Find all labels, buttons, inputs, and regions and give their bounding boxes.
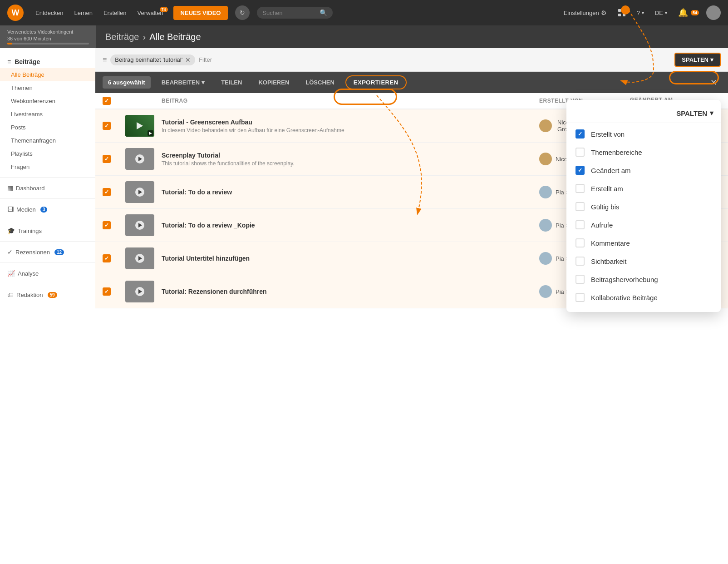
sidebar-item-webkonferenzen[interactable]: Webkonferenzen — [0, 94, 95, 108]
nav-item-verwalten[interactable]: Verwalten 74 — [133, 7, 168, 19]
medien-icon: 🎞 — [7, 206, 14, 213]
sidebar-item-medien[interactable]: 🎞 Medien 3 — [0, 203, 95, 216]
usage-bar — [7, 43, 89, 45]
usage-container: Verwendetes Videokontingent 36 von 600 M… — [0, 25, 96, 48]
sidebar-item-alle-beitrage[interactable]: Alle Beiträge — [0, 68, 95, 81]
row6-avatar — [539, 285, 552, 298]
col-checkbox-kommentare[interactable] — [576, 238, 585, 247]
row2-avatar — [539, 153, 552, 165]
bell-badge: 54 — [691, 10, 699, 15]
col-checkbox-erstellt-von[interactable] — [576, 129, 585, 139]
analyse-icon: 📈 — [7, 270, 15, 277]
dashboard-icon: ▦ — [7, 184, 13, 192]
filter-icon: ≡ — [103, 56, 107, 64]
redaktion-icon: 🏷 — [7, 291, 14, 298]
sidebar-item-themenanfragen[interactable]: Themenanfragen — [0, 134, 95, 147]
sidebar-item-posts[interactable]: Posts — [0, 121, 95, 134]
sidebar-item-playlists[interactable]: Playlists — [0, 147, 95, 160]
col-checkbox-sichtbarkeit[interactable] — [576, 257, 585, 266]
sidebar-item-livestreams[interactable]: Livestreams — [0, 108, 95, 121]
logo[interactable]: W — [7, 5, 24, 21]
nav-item-erstellen[interactable]: Erstellen — [99, 7, 131, 19]
row6-content: Tutorial: Rezensionen durchführen — [162, 288, 539, 295]
language-selector[interactable]: DE ▾ — [651, 8, 671, 18]
col-checkbox-gultig-bis[interactable] — [576, 202, 585, 211]
row3-thumb — [125, 181, 162, 203]
search-input[interactable] — [262, 10, 317, 16]
row4-thumb — [125, 214, 162, 236]
select-all-checkbox[interactable] — [103, 97, 111, 105]
row5-checkbox[interactable] — [103, 254, 125, 262]
row4-content: Tutorial: To do a review _Kopie — [162, 222, 539, 229]
help-button[interactable]: ? ▾ — [633, 8, 648, 18]
breadcrumb: Beiträge › Alle Beiträge — [96, 27, 728, 47]
col-option-erstellt-am[interactable]: Erstellt am — [566, 179, 721, 198]
search-icon: 🔍 — [320, 9, 327, 16]
row4-checkbox[interactable] — [103, 221, 125, 229]
col-option-kommentare[interactable]: Kommentare — [566, 234, 721, 252]
col-option-beitragshervorhebung[interactable]: Beitragshervorhebung — [566, 270, 721, 288]
selected-count: 6 ausgewählt — [103, 76, 151, 89]
col-option-sichtbarkeit[interactable]: Sichtbarkeit — [566, 252, 721, 270]
col-checkbox-themenbereiche[interactable] — [576, 148, 585, 157]
col-checkbox-beitragshervorhebung[interactable] — [576, 275, 585, 284]
sidebar-item-redaktion[interactable]: 🏷 Redaktion 59 — [0, 288, 95, 302]
sidebar-item-rezensionen[interactable]: ✓ Rezensionen 12 — [0, 245, 95, 259]
rezensionen-badge: 12 — [54, 249, 64, 255]
kopieren-button[interactable]: KOPIEREN — [253, 76, 295, 89]
verwalten-badge: 74 — [160, 7, 168, 12]
spalten-button[interactable]: SPALTEN ▾ — [674, 53, 721, 67]
filter-tag-close[interactable]: ✕ — [185, 56, 191, 64]
new-video-button[interactable]: NEUES VIDEO — [173, 6, 228, 20]
row3-avatar — [539, 186, 552, 198]
nav-item-lernen[interactable]: Lernen — [69, 7, 97, 19]
col-checkbox-aufrufe[interactable] — [576, 220, 585, 229]
col-option-themenbereiche[interactable]: Themenbereiche — [566, 143, 721, 161]
nav-item-entdecken[interactable]: Entdecken — [31, 7, 68, 19]
col-option-gultig-bis[interactable]: Gültig bis — [566, 198, 721, 216]
sidebar-item-trainings[interactable]: 🎓 Trainings — [0, 224, 95, 237]
col-option-geandert-am[interactable]: Geändert am — [566, 161, 721, 179]
breadcrumb-current: Alle Beiträge — [149, 32, 201, 42]
user-avatar[interactable] — [706, 5, 721, 20]
sidebar-item-dashboard[interactable]: ▦ Dashboard — [0, 181, 95, 195]
row1-checkbox[interactable] — [103, 122, 125, 130]
medien-badge: 3 — [40, 207, 48, 213]
exportieren-button[interactable]: EXPORTIEREN — [345, 75, 407, 89]
bell-button[interactable]: 🔔 54 — [674, 6, 703, 20]
row3-checkbox[interactable] — [103, 188, 125, 196]
row1-thumb: ▶ — [125, 115, 162, 137]
col-option-kollaborative-beitrage[interactable]: Kollaborative Beiträge — [566, 288, 721, 307]
action-close-button[interactable]: ✕ — [707, 76, 721, 89]
refresh-icon[interactable]: ↻ — [235, 5, 250, 20]
sidebar-section-beitrage[interactable]: ≡ Beiträge — [0, 55, 95, 68]
row6-checkbox[interactable] — [103, 287, 125, 296]
row2-content: Screenplay Tutorial This tutorial shows … — [162, 152, 539, 167]
col-option-erstellt-von[interactable]: Erstellt von — [566, 125, 721, 143]
gear-icon: ⚙ — [601, 9, 607, 16]
sidebar-item-analyse[interactable]: 📈 Analyse — [0, 267, 95, 280]
col-checkbox-erstellt-am[interactable] — [576, 184, 585, 193]
filter-add-button[interactable]: Filter — [199, 56, 212, 63]
col-thumb — [125, 97, 162, 105]
sidebar-item-fragen[interactable]: Fragen — [0, 160, 95, 173]
col-checkbox-kollaborative-beitrage[interactable] — [576, 293, 585, 302]
bearbeiten-button[interactable]: BEARBEITEN ▾ — [156, 76, 211, 89]
nav-right: Einstellungen ⚙ ? ▾ DE ▾ 🔔 54 — [560, 5, 721, 20]
col-beitrag: Beitrag — [162, 97, 539, 105]
row4-avatar — [539, 219, 552, 232]
search-bar[interactable]: 🔍 — [257, 7, 333, 19]
row2-checkbox[interactable] — [103, 155, 125, 163]
loschen-button[interactable]: LÖSCHEN — [300, 76, 340, 89]
col-checkbox — [103, 97, 125, 105]
rezensionen-icon: ✓ — [7, 248, 13, 256]
col-checkbox-geandert-am[interactable] — [576, 166, 585, 175]
teilen-button[interactable]: TEILEN — [216, 76, 247, 89]
redaktion-badge: 59 — [48, 292, 57, 298]
bell-icon: 🔔 — [678, 8, 688, 18]
sidebar-item-themen[interactable]: Themen — [0, 81, 95, 94]
settings-button[interactable]: Einstellungen ⚙ — [560, 7, 610, 18]
col-option-aufrufe[interactable]: Aufrufe — [566, 216, 721, 234]
breadcrumb-parent: Beiträge — [105, 32, 139, 42]
filter-tag: Beitrag beinhaltet 'tutorial' ✕ — [110, 54, 195, 65]
